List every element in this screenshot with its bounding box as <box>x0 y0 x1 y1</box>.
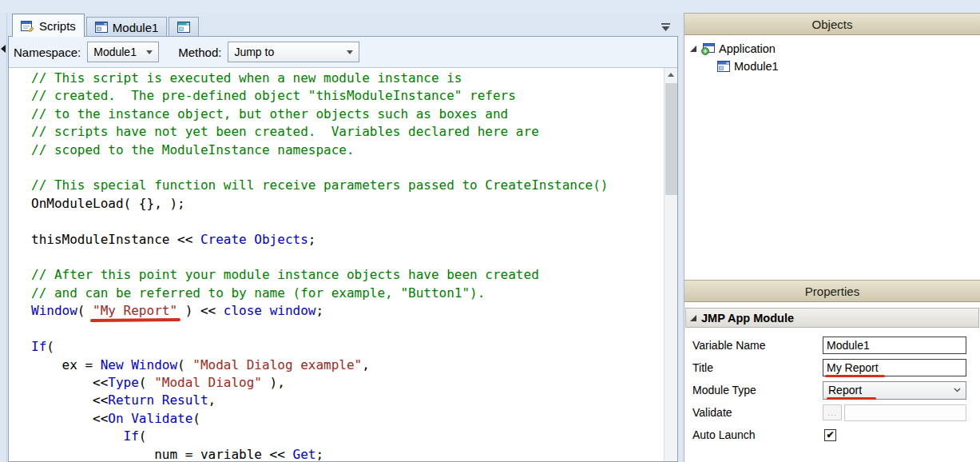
tab-label: Module1 <box>113 21 159 34</box>
properties-body: JMP App Module Variable NameModule1Title… <box>684 302 980 462</box>
property-label: Module Type <box>692 384 823 396</box>
code-line <box>31 321 664 338</box>
code-line: // This script is executed when a new mo… <box>31 70 664 87</box>
code-line: OnModuleLoad( {}, ); <box>31 195 664 213</box>
variable-name-input[interactable]: Module1 <box>823 337 966 354</box>
code-line: // created. The pre-defined object "this… <box>31 87 664 105</box>
objects-panel-header: Objects <box>684 13 980 35</box>
module-type-dropdown[interactable]: Report <box>823 381 966 400</box>
checkmark-icon: ✔ <box>826 430 834 440</box>
module-window-icon <box>95 22 108 33</box>
tree-item-application[interactable]: Application <box>684 40 980 58</box>
collapsed-panel-strip[interactable] <box>0 13 7 462</box>
property-row-variable-name: Variable NameModule1 <box>684 334 980 356</box>
code-line: <<Type( "Modal Dialog" ), <box>31 374 664 392</box>
code-line <box>31 213 664 230</box>
section-expand-icon[interactable] <box>689 314 697 322</box>
code-line: // and can be referred to by name (for e… <box>31 285 664 302</box>
module2-window-icon <box>177 22 190 33</box>
script-window-icon <box>21 20 34 32</box>
chevron-down-icon <box>347 50 353 54</box>
method-combobox-value: Jump to <box>234 46 274 58</box>
tab-label: Scripts <box>39 19 76 33</box>
scrollbar-thumb[interactable] <box>665 83 677 195</box>
up-arrow-icon <box>668 73 674 77</box>
scroll-up-button[interactable] <box>665 68 677 82</box>
application-icon <box>701 43 715 55</box>
chevron-down-icon <box>954 388 961 392</box>
code-line: // scripts have not yet been created. Va… <box>31 123 664 141</box>
code-line: // This special function will receive pa… <box>31 177 664 194</box>
annotated-value: Report <box>828 384 862 396</box>
tab-module-icon-only[interactable] <box>169 17 199 37</box>
properties-panel-header: Properties <box>684 280 980 302</box>
auto-launch-checkbox[interactable]: ✔ <box>824 429 836 441</box>
tab-module1[interactable]: Module1 <box>86 17 168 37</box>
code-line: If( <box>31 428 664 445</box>
section-title: JMP App Module <box>701 312 794 325</box>
section-jmp-app-module[interactable]: JMP App Module <box>685 308 979 328</box>
code-editor[interactable]: // This script is executed when a new mo… <box>9 68 677 461</box>
code-line: // scoped to the ModuleInstance namespac… <box>31 141 664 159</box>
code-line: If( <box>31 338 664 356</box>
method-combobox[interactable]: Jump to <box>228 42 359 62</box>
panel-splitter[interactable] <box>678 13 684 462</box>
property-row-validate: Validate... <box>684 401 980 424</box>
window-top-strip <box>0 0 980 13</box>
namespace-combobox-value: Module1 <box>93 46 137 58</box>
namespace-label: Namespace: <box>14 46 81 59</box>
property-row-title: TitleMy Report <box>684 356 980 379</box>
code-line: Window( "My Report" ) << close window; <box>31 302 664 320</box>
property-row-auto-launch: Auto Launch✔ <box>684 424 980 446</box>
script-toolbar: Namespace: Module1 Method: Jump to <box>9 37 677 68</box>
right-panel: Objects ApplicationModule1 Properties JM… <box>684 13 980 462</box>
code-line <box>31 159 664 177</box>
property-label: Validate <box>692 406 823 419</box>
validate-input[interactable] <box>844 404 966 421</box>
title-input[interactable]: My Report <box>823 359 966 376</box>
tab-scripts[interactable]: Scripts <box>12 14 85 37</box>
validate-browse-button[interactable]: ... <box>823 404 842 420</box>
objects-panel-title: Objects <box>812 18 853 31</box>
properties-panel-title: Properties <box>805 285 859 298</box>
jmp-app-builder-window: ScriptsModule1 Namespace: Module1 Method… <box>0 0 980 462</box>
objects-tree: ApplicationModule1 <box>684 35 980 280</box>
tree-item-label: Application <box>719 42 776 55</box>
annotated-string: "My Report" <box>93 303 177 318</box>
code-line: // After this point your module instance… <box>31 266 664 284</box>
module-icon <box>717 61 730 72</box>
tab-list-dropdown-icon[interactable] <box>661 20 670 34</box>
editor-vertical-scrollbar[interactable] <box>664 68 677 461</box>
code-line: thisModuleInstance << Create Objects; <box>31 231 664 249</box>
editor-frame: Namespace: Module1 Method: Jump to // Th… <box>8 36 678 462</box>
property-row-module-type: Module TypeReport <box>684 379 980 401</box>
script-editor-panel: ScriptsModule1 Namespace: Module1 Method… <box>8 13 678 462</box>
expand-collapse-icon[interactable] <box>689 45 697 53</box>
collapse-panel-arrow-icon[interactable] <box>1 45 6 53</box>
annotated-value: My Report <box>827 361 879 374</box>
property-label: Auto Launch <box>692 428 823 441</box>
code-line <box>31 249 664 266</box>
tree-item-module1[interactable]: Module1 <box>684 58 980 75</box>
chevron-down-icon <box>146 50 153 54</box>
namespace-combobox[interactable]: Module1 <box>87 42 159 62</box>
property-label: Variable Name <box>692 339 823 352</box>
code-line: <<On Validate( <box>31 410 664 428</box>
code-line: // to the instance object, but other obj… <box>31 106 664 123</box>
property-label: Title <box>692 361 823 374</box>
code-line: <<Return Result, <box>31 392 664 409</box>
code-line: num = variable << Get; <box>31 446 664 461</box>
code-line: ex = New Window( "Modal Dialog example", <box>31 356 664 374</box>
tab-bar: ScriptsModule1 <box>8 13 678 37</box>
code-text-area[interactable]: // This script is executed when a new mo… <box>9 70 664 461</box>
tree-item-label: Module1 <box>734 60 779 73</box>
property-grid: Variable NameModule1TitleMy ReportModule… <box>684 328 980 446</box>
method-label: Method: <box>178 46 221 59</box>
